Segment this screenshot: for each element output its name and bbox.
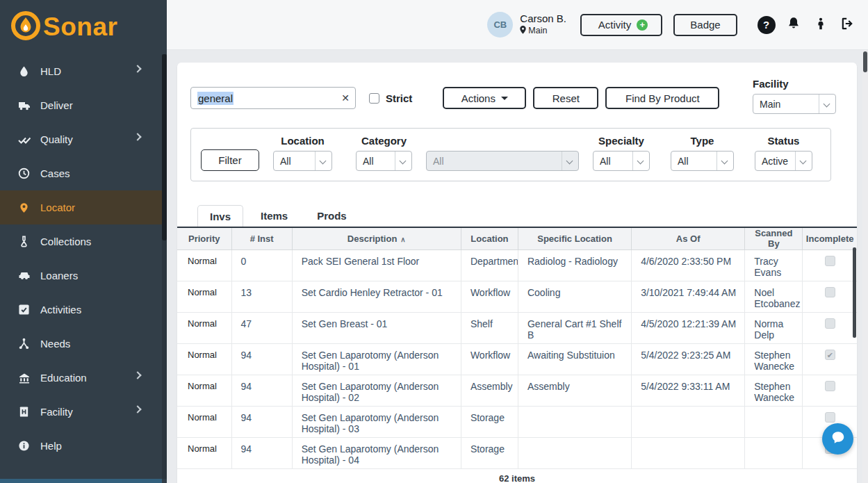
col-priority[interactable]: Priority xyxy=(177,227,231,249)
sidebar-scrollbar-thumb[interactable] xyxy=(162,54,167,240)
activity-button[interactable]: Activity + xyxy=(580,14,662,36)
chat-launcher-button[interactable] xyxy=(822,423,853,455)
col-specific-location[interactable]: Specific Location xyxy=(518,227,631,249)
chevron-down-icon xyxy=(400,158,407,165)
actions-dropdown-button[interactable]: Actions xyxy=(443,87,526,109)
facility-field: Facility Main xyxy=(753,78,836,114)
incomplete-checkbox[interactable] xyxy=(825,256,835,266)
table-row[interactable]: Normal 47 Set Gen Breast - 01 Shelf Gene… xyxy=(177,312,857,343)
table-row[interactable]: Normal 94 Set Gen Laparotomy (Anderson H… xyxy=(177,343,857,375)
sidebar-scrollbar-track[interactable] xyxy=(162,54,167,479)
incomplete-checkbox[interactable] xyxy=(825,318,835,329)
sidebar-item-help[interactable]: Help xyxy=(0,429,167,463)
filter-panel: Filter Location All Category All xyxy=(190,128,831,181)
person-icon xyxy=(814,15,828,34)
facility-label: Facility xyxy=(753,78,836,90)
help-circle-icon: ? xyxy=(758,16,776,34)
help-button[interactable]: ? xyxy=(757,15,776,34)
sidebar-item-label: Collections xyxy=(40,236,91,247)
sidebar-item-quality[interactable]: Quality xyxy=(0,122,167,156)
sidebar-nav: HLD Deliver Quality Cases xyxy=(0,54,167,463)
sidebar-item-cases[interactable]: Cases xyxy=(0,156,167,190)
plus-icon: + xyxy=(637,19,648,31)
sidebar-horizontal-scrollbar[interactable] xyxy=(0,479,162,483)
chevron-down-icon xyxy=(320,158,327,165)
inventory-table: Priority # Inst Description∧ Location Sp… xyxy=(177,227,857,469)
table-row[interactable]: Normal 0 Pack SEI General 1st Floor Depa… xyxy=(177,249,857,281)
incomplete-checkbox[interactable] xyxy=(825,350,835,360)
col-inst[interactable]: # Inst xyxy=(231,227,292,249)
incomplete-checkbox[interactable] xyxy=(825,412,835,423)
col-incomplete[interactable]: Incomplete xyxy=(803,227,857,249)
badge-button[interactable]: Badge xyxy=(673,14,737,36)
subcategory-field: All xyxy=(426,151,579,171)
sidebar-item-collections[interactable]: Collections xyxy=(0,224,167,259)
sidebar-item-label: Needs xyxy=(40,338,70,350)
sidebar-item-hld[interactable]: HLD xyxy=(0,54,167,88)
col-as-of[interactable]: As Of xyxy=(632,227,745,249)
avatar[interactable]: CB xyxy=(487,12,513,38)
subcategory-select: All xyxy=(426,151,579,171)
category-select[interactable]: All xyxy=(356,151,412,171)
page-scrollbar-thumb[interactable] xyxy=(863,51,867,72)
page: Sonar HLD Deliver Quality xyxy=(0,0,868,483)
sort-asc-icon: ∧ xyxy=(400,236,405,243)
sidebar-item-education[interactable]: Education xyxy=(0,361,167,395)
page-scrollbar-track[interactable] xyxy=(862,50,868,483)
result-tabs: Invs Items Prods xyxy=(190,205,844,227)
notifications-button[interactable] xyxy=(784,15,803,34)
chevron-right-icon xyxy=(133,133,141,140)
specialty-select[interactable]: All xyxy=(593,151,650,171)
col-scanned-by[interactable]: Scanned By xyxy=(745,227,803,249)
tab-invs[interactable]: Invs xyxy=(197,205,243,227)
facility-select[interactable]: Main xyxy=(753,94,836,114)
chevron-down-icon xyxy=(721,158,728,165)
sidebar-item-label: Facility xyxy=(40,406,73,418)
location-select[interactable]: All xyxy=(273,151,332,171)
reset-button[interactable]: Reset xyxy=(533,87,598,109)
tab-items[interactable]: Items xyxy=(249,205,300,227)
chat-bubble-icon xyxy=(830,430,846,448)
incomplete-checkbox[interactable] xyxy=(825,287,835,297)
sidebar-item-needs[interactable]: Needs xyxy=(0,327,167,361)
facility-icon xyxy=(17,405,31,418)
clear-search-icon[interactable]: ✕ xyxy=(341,92,350,104)
table-footer-count: 62 items xyxy=(177,469,857,483)
sign-out-button[interactable] xyxy=(838,15,857,34)
sidebar-item-activities[interactable]: Activities xyxy=(0,293,167,327)
person-button[interactable] xyxy=(811,15,830,34)
col-location[interactable]: Location xyxy=(461,227,518,249)
incomplete-checkbox[interactable] xyxy=(825,381,835,391)
status-select[interactable]: Active xyxy=(755,151,812,171)
status-field: Status Active xyxy=(755,135,812,171)
content-card: general ✕ Strict Actions Reset xyxy=(177,63,857,483)
search-input[interactable]: general ✕ xyxy=(190,87,356,109)
tab-prods[interactable]: Prods xyxy=(305,205,359,227)
cases-icon xyxy=(17,167,31,180)
table-row[interactable]: Normal 13 Set Cardio Henley Retractor - … xyxy=(177,281,857,312)
sidebar-item-deliver[interactable]: Deliver xyxy=(0,88,167,122)
find-by-product-button[interactable]: Find By Product xyxy=(605,87,719,109)
activities-icon xyxy=(17,303,31,316)
sidebar-item-label: Cases xyxy=(40,167,70,179)
table-row[interactable]: Normal 94 Set Gen Laparotomy (Anderson H… xyxy=(177,437,857,468)
type-select[interactable]: All xyxy=(671,151,734,171)
caret-down-icon xyxy=(501,97,508,100)
sidebar-item-loaners[interactable]: Loaners xyxy=(0,259,167,293)
col-description[interactable]: Description∧ xyxy=(292,227,461,249)
strict-checkbox[interactable] xyxy=(369,93,379,104)
user-name: Carson B. xyxy=(520,13,566,26)
table-row[interactable]: Normal 94 Set Gen Laparotomy (Anderson H… xyxy=(177,375,857,406)
chevron-right-icon xyxy=(133,371,141,379)
app-logo[interactable]: Sonar xyxy=(0,0,167,54)
sidebar-item-facility[interactable]: Facility xyxy=(0,395,167,429)
table-scrollbar-thumb[interactable] xyxy=(853,247,856,338)
sidebar-item-locator[interactable]: Locator xyxy=(0,190,167,224)
sidebar-item-label: Education xyxy=(40,372,87,384)
bell-icon xyxy=(786,15,801,34)
filter-button[interactable]: Filter xyxy=(201,149,259,171)
sonar-logo-icon xyxy=(10,10,42,44)
type-field: Type All xyxy=(671,135,734,171)
table-row[interactable]: Normal 94 Set Gen Laparotomy (Anderson H… xyxy=(177,406,857,437)
sidebar-item-label: Loaners xyxy=(40,270,78,281)
